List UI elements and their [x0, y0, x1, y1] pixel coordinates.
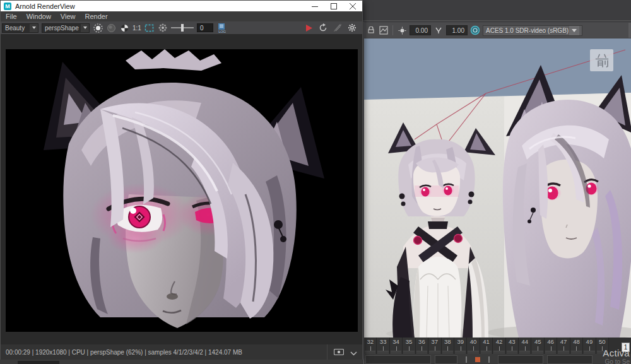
ipr-sphere-icon[interactable]: [106, 23, 116, 33]
menu-bar: File Window View Render: [1, 11, 362, 21]
gamma-icon[interactable]: [433, 25, 444, 35]
timeline-frame[interactable]: 33: [377, 338, 389, 354]
maximize-button[interactable]: [324, 1, 343, 11]
render-toolbar: Beauty perspShape 1:1: [1, 21, 362, 34]
kanji-front-glyph: [594, 53, 610, 68]
gamma-field[interactable]: 1.00: [446, 25, 468, 35]
viewport-scene: [364, 38, 631, 338]
exposure-icon[interactable]: [397, 25, 407, 35]
timeline-frame[interactable]: 35: [403, 338, 415, 354]
timeline-frame[interactable]: 38: [442, 338, 454, 354]
arnold-renderview-window: M Arnold RenderView File Window View Ren…: [0, 0, 363, 360]
minimize-button[interactable]: [305, 1, 324, 11]
maya-background-strip: [363, 0, 631, 21]
timeline-frame[interactable]: 46: [545, 338, 557, 354]
view-transform-icon[interactable]: [470, 25, 480, 35]
timeline-frame[interactable]: 45: [531, 338, 544, 354]
toolbar-divider: [392, 25, 393, 35]
render-view-area: [1, 34, 362, 344]
maya-app-icon: M: [4, 3, 11, 10]
title-bar[interactable]: M Arnold RenderView: [1, 1, 362, 11]
status-expand-chevron-icon[interactable]: [350, 347, 357, 358]
timeline-frame[interactable]: 34: [390, 338, 403, 354]
menu-file[interactable]: File: [6, 13, 17, 20]
snapshot-icon[interactable]: [93, 23, 103, 33]
region-refresh-icon[interactable]: [158, 23, 168, 33]
maya-bottom-widget: [18, 361, 59, 364]
timeline-frame[interactable]: 48: [570, 338, 583, 354]
playback-start-field[interactable]: [498, 355, 543, 364]
settings-gear-icon[interactable]: [347, 23, 357, 33]
timeline-frame[interactable]: 32: [364, 338, 377, 354]
timeline-frame[interactable]: 41: [480, 338, 493, 354]
close-button[interactable]: [343, 1, 362, 11]
camera-value: perspShape: [45, 25, 79, 32]
debug-value-field[interactable]: 0: [197, 23, 213, 32]
timeline-frame[interactable]: 36: [416, 338, 428, 354]
svg-text:LOG: LOG: [218, 30, 225, 33]
menu-view[interactable]: View: [61, 13, 76, 20]
render-stats: 00:00:29 | 1920x1080 | CPU | perspShape …: [1, 349, 242, 356]
colorspace-dropdown-arrow[interactable]: [569, 26, 579, 35]
range-field[interactable]: [435, 355, 457, 364]
display-camera-icon[interactable]: [334, 347, 344, 358]
clamp-icon[interactable]: [366, 25, 376, 35]
aov-dropdown-arrow[interactable]: [30, 24, 38, 32]
time-slider[interactable]: 32333435363738394041424344454647484950 1: [364, 338, 631, 354]
timeline-frame[interactable]: 42: [493, 338, 505, 354]
orientation-badge: [590, 49, 613, 71]
aov-value: Beauty: [5, 25, 25, 32]
refresh-render-button[interactable]: [318, 23, 328, 33]
activate-watermark-line2: Go to Se: [605, 358, 630, 364]
region-select-icon[interactable]: [144, 23, 155, 33]
timeline-frame[interactable]: 39: [454, 338, 467, 354]
screen: 0.00 1.00 ACES 1.0 SDR-video (sRGB): [0, 0, 631, 364]
maya-viewport-canvas[interactable]: [364, 38, 631, 338]
timeline-frame[interactable]: 47: [557, 338, 570, 354]
texture-view-icon[interactable]: [379, 25, 389, 35]
menu-window[interactable]: Window: [27, 13, 51, 20]
reference-figure-head: [503, 65, 631, 338]
playback-end-field[interactable]: [547, 355, 593, 364]
colorspace-dropdown[interactable]: ACES 1.0 SDR-video (sRGB): [483, 25, 582, 36]
timeline-frames[interactable]: 32333435363738394041424344454647484950: [364, 338, 609, 354]
activate-watermark-line1: Activa: [603, 348, 630, 358]
timeline-frame[interactable]: 37: [428, 338, 441, 354]
debug-shading-button[interactable]: [333, 23, 343, 33]
playback-controls[interactable]: [461, 355, 494, 364]
range-slider-row: [364, 354, 631, 364]
debug-slider[interactable]: [171, 23, 194, 32]
colorspace-value: ACES 1.0 SDR-video (sRGB): [486, 27, 569, 34]
render-status-bar: 00:00:29 | 1920x1080 | CPU | perspShape …: [1, 344, 362, 360]
timeline-frame[interactable]: 49: [583, 338, 596, 354]
render-image[interactable]: [6, 49, 358, 332]
camera-dropdown[interactable]: perspShape: [42, 23, 90, 33]
log-icon[interactable]: LOG: [216, 23, 229, 33]
viewport-toolbar: 0.00 1.00 ACES 1.0 SDR-video (sRGB): [364, 23, 631, 38]
menu-render[interactable]: Render: [85, 13, 108, 20]
zoom-ratio-label[interactable]: 1:1: [133, 25, 141, 32]
render-play-button[interactable]: [304, 23, 314, 33]
rendered-character: [6, 49, 358, 332]
aov-dropdown[interactable]: Beauty: [2, 23, 38, 33]
timeline-frame[interactable]: 43: [506, 338, 519, 354]
camera-dropdown-arrow[interactable]: [81, 24, 89, 32]
timeline-frame[interactable]: 40: [467, 338, 480, 354]
timeline-frame[interactable]: 44: [519, 338, 531, 354]
range-slider[interactable]: [365, 355, 431, 364]
exposure-field[interactable]: 0.00: [410, 25, 431, 35]
color-swatch-icon[interactable]: [119, 23, 129, 33]
window-title: Arnold RenderView: [15, 3, 75, 10]
panel-scrollbar[interactable]: [628, 23, 631, 38]
